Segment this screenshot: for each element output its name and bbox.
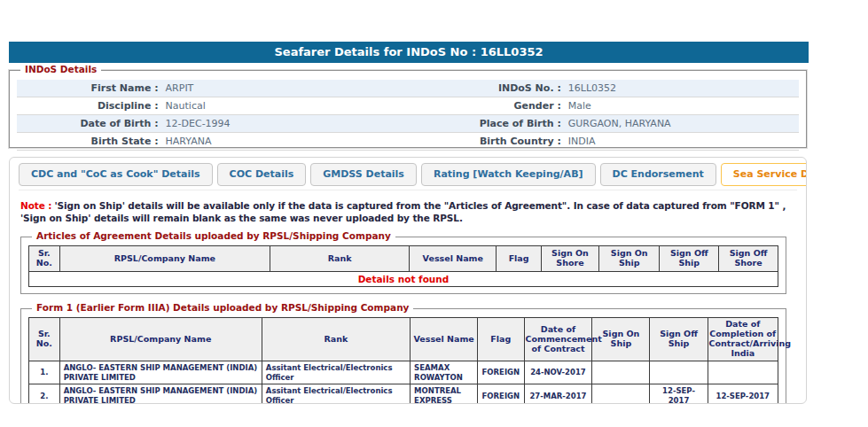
cell-completion: 12-SEP-2017 [708,384,778,404]
indos-row: Discipline :NauticalGender :Male [17,97,799,115]
column-header-flag: Flag [497,246,542,272]
column-header-rpsl-company-name: RPSL/Company Name [59,318,262,361]
articles-of-agreement-section: Articles of Agreement Details uploaded b… [20,237,786,294]
tab-gmdss-details[interactable]: GMDSS Details [310,163,417,186]
column-header-rank: Rank [270,246,410,272]
field-value: 12-DEC-1994 [166,115,479,132]
field-label: INDoS No. : [478,80,567,97]
cell-commencement: 24-NOV-2017 [524,361,592,384]
cell-completion [708,361,778,384]
articles-table: Sr. No.RPSL/Company NameRankVessel NameF… [28,245,778,287]
articles-empty-message: Details not found [29,272,778,287]
cell-vessel: SEAMAX ROWAYTON [411,361,478,384]
field-label: Birth Country : [478,133,567,150]
cell-rank: Assitant Electrical/Electronics Officer [262,384,410,404]
field-value: HARYANA [166,133,479,150]
tab-bar: CDC and "CoC as Cook" DetailsCOC Details… [19,163,797,190]
cell-flag: FOREIGN [478,384,524,404]
tab-cdc-and-coc-as-cook-details[interactable]: CDC and "CoC as Cook" Details [19,163,213,186]
column-header-sign-off-ship: Sign Off Ship [660,246,719,272]
table-row: 2.ANGLO- EASTERN SHIP MANAGEMENT (INDIA)… [29,384,778,404]
form1-section: Form 1 (Earlier Form IIIA) Details uploa… [20,308,786,404]
note-body: 'Sign on Ship' details will be available… [20,200,786,223]
cell-commencement: 27-MAR-2017 [524,384,592,404]
articles-table-header-row: Sr. No.RPSL/Company NameRankVessel NameF… [29,246,778,272]
cell-sign_off_ship: 12-SEP-2017 [650,384,708,404]
tab-coc-details[interactable]: COC Details [217,163,307,186]
field-label: Birth State : [17,133,166,150]
cell-company: ANGLO- EASTERN SHIP MANAGEMENT (INDIA) P… [59,384,262,404]
tab-rating-watch-keeping-ab[interactable]: Rating [Watch Keeping/AB] [421,163,596,186]
tab-dc-endorsement[interactable]: DC Endorsement [600,163,716,186]
field-value: GURGAON, HARYANA [568,115,799,132]
column-header-rpsl-company-name: RPSL/Company Name [59,246,270,272]
field-value: ARPIT [166,80,479,97]
field-label: Place of Birth : [478,115,567,132]
form1-legend: Form 1 (Earlier Form IIIA) Details uploa… [32,302,413,313]
cell-company: ANGLO- EASTERN SHIP MANAGEMENT (INDIA) P… [59,361,262,384]
cell-sr: 1. [29,361,60,384]
column-header-vessel-name: Vessel Name [410,246,497,272]
form1-table: Sr. No.RPSL/Company NameRankVessel NameF… [28,317,778,404]
cell-sign_on_ship [592,384,650,404]
column-header-vessel-name: Vessel Name [411,318,478,361]
field-value: 16LL0352 [568,80,799,97]
sea-service-tab-panel: CDC and "CoC as Cook" DetailsCOC Details… [9,157,807,404]
column-header-sign-off-shore: Sign Off Shore [719,246,778,272]
articles-empty-row: Details not found [29,272,778,287]
field-label: Date of Birth : [17,115,166,132]
cell-sign_off_ship [650,361,708,384]
indos-row: Date of Birth :12-DEC-1994Place of Birth… [17,115,799,133]
page-title-banner: Seafarer Details for INDoS No : 16LL0352 [9,42,809,63]
table-row: 1.ANGLO- EASTERN SHIP MANAGEMENT (INDIA)… [29,361,778,384]
form1-table-body: 1.ANGLO- EASTERN SHIP MANAGEMENT (INDIA)… [29,361,778,404]
column-header-sign-on-ship: Sign On Ship [599,246,660,272]
column-header-sign-on-shore: Sign On Shore [541,246,598,272]
column-header-flag: Flag [478,318,524,361]
cell-sign_on_ship [592,361,650,384]
column-header-sr-no: Sr. No. [29,246,60,272]
indos-row: First Name :ARPITINDoS No. :16LL0352 [17,80,799,97]
field-value: Nautical [166,97,479,114]
indos-row: Birth State :HARYANABirth Country :INDIA [17,133,799,151]
indos-details-rows: First Name :ARPITINDoS No. :16LL0352Disc… [17,80,799,151]
column-header-date-of-completion-of-contract-arriving-india: Date of Completion of Contract/Arriving … [708,318,778,361]
field-value: Male [568,97,799,114]
page: Seafarer Details for INDoS No : 16LL0352… [0,0,868,427]
page-title: Seafarer Details for INDoS No : 16LL0352 [274,45,543,58]
column-header-rank: Rank [262,318,410,361]
column-header-sign-off-ship: Sign Off Ship [650,318,708,361]
note-text: Note :'Sign on Ship' details will be ava… [20,199,790,224]
form1-table-header-row: Sr. No.RPSL/Company NameRankVessel NameF… [29,318,778,361]
column-header-sr-no: Sr. No. [29,318,60,361]
indos-details-legend: INDoS Details [20,64,101,74]
indos-details-section: INDoS Details First Name :ARPITINDoS No.… [9,70,807,148]
note-prefix: Note : [20,200,51,211]
cell-vessel: MONTREAL EXPRESS [411,384,478,404]
tab-sea-service-details[interactable]: Sea Service Details [721,163,807,186]
articles-legend: Articles of Agreement Details uploaded b… [32,230,395,241]
cell-rank: Assitant Electrical/Electronics Officer [262,361,410,384]
field-label: First Name : [17,80,166,97]
cell-flag: FOREIGN [478,361,524,384]
field-label: Discipline : [17,97,166,114]
column-header-date-of-commencement-of-contract: Date of Commencement of Contract [524,318,592,361]
cell-sr: 2. [29,384,60,404]
field-label: Gender : [478,97,567,114]
field-value: INDIA [568,133,799,150]
